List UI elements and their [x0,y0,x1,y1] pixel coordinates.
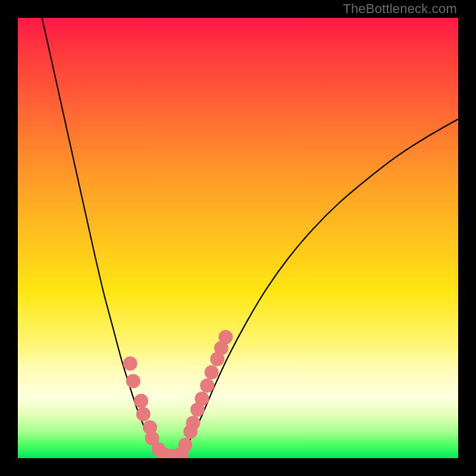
plot-area [18,18,458,458]
scatter-point [200,378,214,393]
scatter-point [218,330,233,345]
scatter-point [134,394,148,408]
bottleneck-curve [42,18,458,456]
curve-svg [18,18,458,458]
scatter-markers [123,330,233,459]
chart-frame: TheBottleneck.com [0,0,476,476]
scatter-point [126,374,140,389]
scatter-point [178,438,192,452]
scatter-point [195,392,209,406]
scatter-point [136,407,151,421]
scatter-point [186,416,201,430]
scatter-point [123,356,137,371]
scatter-point [205,365,219,380]
watermark-text: TheBottleneck.com [343,1,457,17]
